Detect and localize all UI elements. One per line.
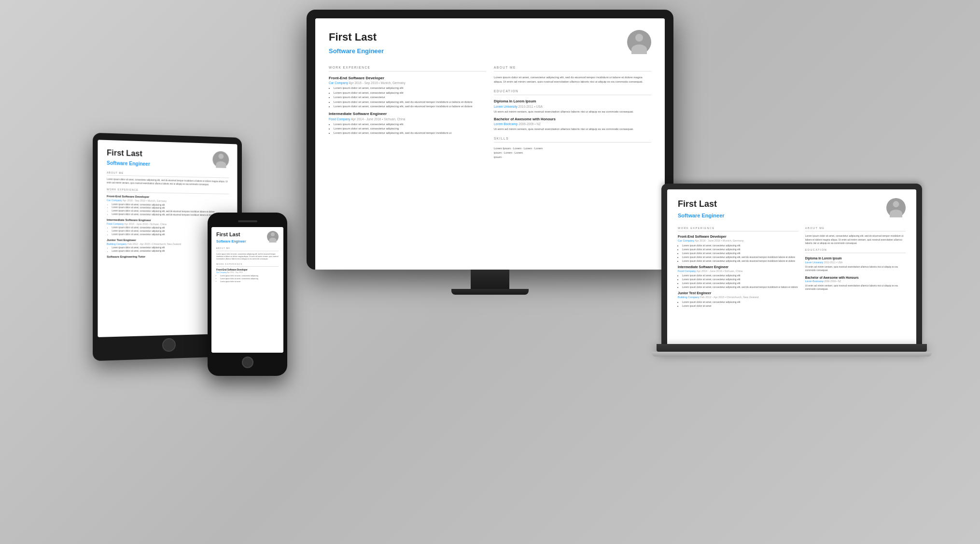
laptop-job1-bullets: Lorem ipsum dolor sit amet, consectetur … bbox=[678, 244, 798, 263]
laptop-edu-title: EDUCATION bbox=[805, 248, 906, 254]
laptop-name-block: First Last Software Engineer bbox=[678, 198, 725, 220]
laptop: First Last Software Engineer .laptop-ava… bbox=[661, 184, 932, 357]
laptop-resume-name: First Last bbox=[678, 198, 725, 210]
tablet-home-button bbox=[162, 338, 176, 352]
laptop-job3-title: Junior Test Engineer bbox=[678, 291, 798, 296]
phone-name-block: First Last Software Engineer bbox=[216, 231, 246, 244]
laptop-resume-title: Software Engineer bbox=[678, 212, 725, 219]
laptop-avatar: .laptop-avatar-inner::before { width:12p… bbox=[886, 198, 906, 217]
laptop-job1-company: Car Company Apr 2016 - June 2016 • Munic… bbox=[678, 239, 798, 243]
tablet-name-block: First Last Software Engineer bbox=[107, 148, 150, 167]
phone-about-title: ABOUT ME bbox=[216, 247, 279, 251]
laptop-lid: First Last Software Engineer .laptop-ava… bbox=[661, 184, 922, 344]
tablet-resume-name: First Last bbox=[107, 148, 150, 159]
laptop-screen: First Last Software Engineer .laptop-ava… bbox=[667, 189, 916, 344]
monitor-resume: First Last Software Engineer WORK EXPERI… bbox=[315, 18, 665, 270]
phone-job1-bullets: Lorem ipsum dolor sit amet, consectetur … bbox=[216, 275, 279, 283]
job1-bullets: Lorem ipsum dolor sit amet, consectetur … bbox=[329, 86, 486, 108]
laptop-two-col: WORK EXPERIENCE Front-End Software Devel… bbox=[678, 225, 906, 308]
monitor-screen: First Last Software Engineer WORK EXPERI… bbox=[315, 18, 665, 270]
work-col: WORK EXPERIENCE Front-End Software Devel… bbox=[329, 60, 486, 159]
edu2-name: Bachelor of Awesome with Honours bbox=[494, 117, 651, 122]
tablet-about-text: Lorem ipsum dolor sit amet, consectetur … bbox=[107, 178, 229, 187]
laptop-edu1-name: Diploma In Lorem ipsum bbox=[805, 256, 906, 260]
laptop-edu1-desc: Ut enim ad minim veniam, quis nostrud ex… bbox=[805, 265, 906, 272]
phone-resume-title: Software Engineer bbox=[216, 239, 246, 244]
about-text: Lorem ipsum dolor sit amet, consectetur … bbox=[494, 75, 651, 84]
phone-job1-company: Car Company Apr 2016 - Sep 2019 bbox=[216, 272, 279, 274]
laptop-bottom bbox=[652, 352, 932, 357]
avatar bbox=[627, 30, 651, 54]
tablet-resume-title: Software Engineer bbox=[107, 159, 150, 167]
laptop-right-col: ABOUT ME Lorem ipsum dolor sit amet, con… bbox=[805, 225, 906, 308]
edu1-name: Diploma In Lorem Ipsum bbox=[494, 99, 651, 104]
phone-resume-name: First Last bbox=[216, 231, 246, 238]
about-section-title: ABOUT ME bbox=[494, 65, 651, 72]
skills-text: Lorem Ipsum · Lorem · Lorem · Loremipsum… bbox=[494, 146, 651, 159]
laptop-edu2-name: Bachelor of Awesome with Honours bbox=[805, 275, 906, 280]
laptop-job3-company: Building Company Feb 2012 - Apr 2015 • C… bbox=[678, 296, 798, 300]
job2-company: Food Company Apr 2014 - June 2016 • Sich… bbox=[329, 117, 486, 121]
phone-avatar bbox=[267, 231, 279, 243]
laptop-work-title: WORK EXPERIENCE bbox=[678, 227, 798, 232]
laptop-edu2-school: Lorem Bootcamp 2006-2009 • NZ bbox=[805, 280, 906, 283]
skills-section-title: SKILLS bbox=[494, 136, 651, 143]
laptop-edu2-desc: Ut enim ad minim veniam, quis nostrud ex… bbox=[805, 284, 906, 291]
laptop-job2-title: Intermediate Software Engineer bbox=[678, 265, 798, 270]
phone-home-button bbox=[242, 357, 253, 368]
edu-section-title: EDUCATION bbox=[494, 89, 651, 95]
laptop-about-title: ABOUT ME bbox=[805, 227, 906, 232]
phone-work-title: WORK EXPERIENCE bbox=[216, 263, 279, 267]
resume-title: Software Engineer bbox=[329, 47, 384, 56]
laptop-job2-bullets: Lorem ipsum dolor sit amet, consectetur … bbox=[678, 274, 798, 289]
monitor: First Last Software Engineer WORK EXPERI… bbox=[307, 10, 673, 295]
tablet-resume-header: First Last Software Engineer bbox=[107, 148, 229, 169]
resume-header: First Last Software Engineer bbox=[329, 30, 651, 56]
laptop-job2-company: Food Company Apr 2014 - June 2016 • Sich… bbox=[678, 270, 798, 273]
phone: First Last Software Engineer ABOUT ME Lo… bbox=[208, 213, 287, 376]
phone-resume: First Last Software Engineer ABOUT ME Lo… bbox=[211, 227, 283, 353]
job1-company: Car Company Apr 2016 - Sep 2019 • Munich… bbox=[329, 81, 486, 85]
tablet-work-title: WORK EXPERIENCE bbox=[107, 188, 229, 195]
tablet-about-title: ABOUT ME bbox=[107, 171, 229, 178]
laptop-work-col: WORK EXPERIENCE Front-End Software Devel… bbox=[678, 225, 798, 308]
tablet-avatar bbox=[212, 151, 229, 168]
monitor-stand bbox=[471, 270, 509, 289]
job2-bullets: Lorem ipsum dolor sit amet, consectetur … bbox=[329, 122, 486, 135]
laptop-resume-header: First Last Software Engineer .laptop-ava… bbox=[678, 198, 906, 220]
edu1-desc: Ut enim ad minim veniam, quis nostrud ex… bbox=[494, 110, 651, 114]
laptop-base bbox=[657, 344, 927, 352]
job1-title: Front-End Software Developer bbox=[329, 75, 486, 81]
laptop-job1-title: Front-End Software Developer bbox=[678, 234, 798, 239]
phone-frame: First Last Software Engineer ABOUT ME Lo… bbox=[208, 213, 287, 376]
work-section-title: WORK EXPERIENCE bbox=[329, 65, 486, 72]
resume-two-col: WORK EXPERIENCE Front-End Software Devel… bbox=[329, 60, 651, 159]
monitor-frame: First Last Software Engineer WORK EXPERI… bbox=[307, 10, 673, 270]
resume-name: First Last bbox=[329, 30, 384, 45]
phone-header: First Last Software Engineer bbox=[216, 231, 279, 244]
resume-name-block: First Last Software Engineer bbox=[329, 30, 384, 56]
scene: First Last Software Engineer WORK EXPERI… bbox=[0, 0, 980, 544]
laptop-edu1-school: Lorem University 2010-2011 • USA bbox=[805, 261, 906, 264]
edu2-school: Lorem Bootcamp 2006-2009 • NZ bbox=[494, 122, 651, 126]
right-col: ABOUT ME Lorem ipsum dolor sit amet, con… bbox=[494, 60, 651, 159]
edu2-desc: Ut enim ad minim veniam, quis nostrud ex… bbox=[494, 127, 651, 131]
laptop-job3-bullets: Lorem ipsum dolor sit amet, consectetur … bbox=[678, 301, 798, 308]
phone-screen: First Last Software Engineer ABOUT ME Lo… bbox=[211, 227, 283, 353]
laptop-resume: First Last Software Engineer .laptop-ava… bbox=[667, 189, 916, 344]
edu1-school: Lorem University 2010-2011 • USA bbox=[494, 104, 651, 109]
phone-about-text: Lorem ipsum dolor sit amet, consectetur … bbox=[216, 253, 279, 261]
laptop-about-text: Lorem ipsum dolor sit amet, consectetur … bbox=[805, 234, 906, 245]
monitor-base bbox=[451, 289, 529, 295]
phone-speaker bbox=[238, 220, 257, 222]
job2-title: Intermediate Software Engineer bbox=[329, 111, 486, 116]
